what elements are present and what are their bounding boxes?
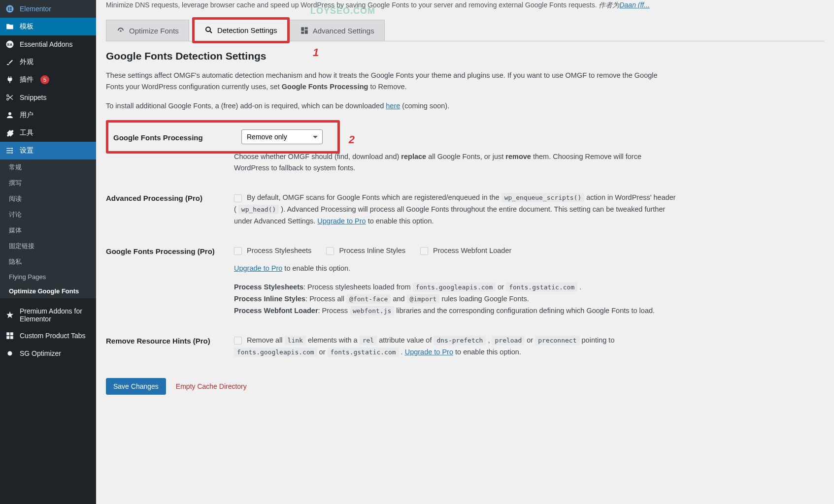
submenu-permalinks[interactable]: 固定链接 <box>0 238 96 254</box>
submenu-discussion[interactable]: 讨论 <box>0 207 96 222</box>
submenu-writing[interactable]: 撰写 <box>0 175 96 191</box>
intro-author-link[interactable]: Daan (ff... <box>619 1 649 9</box>
sidebar-item-label: 模板 <box>20 22 33 31</box>
sidebar-item-label: 工具 <box>20 128 33 137</box>
save-button[interactable]: Save Changes <box>106 378 166 395</box>
chk-inline-input[interactable] <box>326 247 334 255</box>
chk-stylesheets[interactable]: Process Stylesheets <box>234 245 311 257</box>
field-label-resource-hints: Remove Resource Hints (Pro) <box>106 335 234 345</box>
chk-inline[interactable]: Process Inline Styles <box>326 245 405 257</box>
intro-author-prefix: 作者为 <box>599 1 619 9</box>
submenu-privacy[interactable]: 隐私 <box>0 254 96 270</box>
scissors-icon <box>5 93 15 102</box>
sidebar-item-essential-addons[interactable]: EA Essential Addons <box>0 35 96 53</box>
sidebar-item-label: Essential Addons <box>20 40 72 48</box>
svg-point-18 <box>206 27 210 32</box>
upgrade-link[interactable]: Upgrade to Pro <box>234 264 282 272</box>
brush-icon <box>5 57 15 67</box>
sidebar-item-snippets[interactable]: Snippets <box>0 89 96 106</box>
wrench-icon <box>5 128 15 138</box>
submenu-flying-pages[interactable]: Flying Pages <box>0 270 96 284</box>
settings-tabs: Optimize Fonts Detection Settings Advanc… <box>106 20 824 41</box>
user-icon <box>5 110 15 120</box>
svg-point-10 <box>11 148 13 149</box>
annotation-1: 1 <box>313 46 319 59</box>
submenu-optimize-google-fonts[interactable]: Optimize Google Fonts <box>0 284 96 298</box>
sidebar-item-elementor[interactable]: Elementor <box>0 0 96 18</box>
field-label-processing: Google Fonts Processing <box>113 131 241 142</box>
svg-point-9 <box>8 112 11 115</box>
sidebar-item-appearance[interactable]: 外观 <box>0 53 96 71</box>
submenu-media[interactable]: 媒体 <box>0 222 96 238</box>
tab-detection-settings[interactable]: Detection Settings <box>195 20 287 40</box>
svg-text:EA: EA <box>7 42 13 47</box>
processing-select[interactable]: Remove only <box>241 129 323 144</box>
svg-rect-20 <box>304 27 307 30</box>
chk-webfont[interactable]: Process Webfont Loader <box>420 245 511 257</box>
chk-webfont-input[interactable] <box>420 247 428 255</box>
svg-rect-1 <box>8 7 9 11</box>
sidebar-item-label: Snippets <box>20 94 46 101</box>
code-wphead: wp_head() <box>238 205 279 214</box>
tab-optimize-fonts[interactable]: Optimize Fonts <box>106 20 189 41</box>
processing-pro-field: Process Stylesheets Process Inline Style… <box>234 245 677 317</box>
form-actions: Save Changes Empty Cache Directory <box>106 378 824 395</box>
svg-rect-15 <box>6 336 9 339</box>
sidebar-item-label: 插件 <box>20 75 33 84</box>
annotation-box-1: Detection Settings <box>192 17 290 43</box>
ea-icon: EA <box>5 39 15 49</box>
gauge-icon <box>116 26 125 35</box>
sidebar-item-label: 用户 <box>20 111 33 120</box>
plug-icon <box>5 75 15 85</box>
sidebar-item-templates[interactable]: 模板 <box>0 18 96 35</box>
sidebar-item-sg-optimizer[interactable]: SG Optimizer <box>0 345 96 362</box>
svg-rect-19 <box>301 27 304 31</box>
submenu-reading[interactable]: 阅读 <box>0 191 96 207</box>
svg-point-17 <box>8 351 12 356</box>
svg-rect-3 <box>9 8 12 9</box>
resource-hints-checkbox[interactable] <box>234 337 242 345</box>
plugin-intro: Minimize DNS requests, leverage browser … <box>106 0 824 14</box>
svg-point-12 <box>11 152 13 154</box>
sidebar-item-label: Elementor <box>20 5 51 13</box>
download-link[interactable]: here <box>386 102 400 110</box>
svg-rect-16 <box>10 336 13 339</box>
empty-cache-link[interactable]: Empty Cache Directory <box>176 382 247 390</box>
processing-select-wrap: Remove only <box>241 129 323 144</box>
settings-form: Google Fonts Processing Remove only 2 Ch… <box>106 120 824 367</box>
upgrade-link[interactable]: Upgrade to Pro <box>405 348 453 356</box>
tab-label: Advanced Settings <box>313 27 374 35</box>
settings-icon <box>5 146 15 156</box>
tab-advanced-settings[interactable]: Advanced Settings <box>290 20 385 41</box>
submenu-general[interactable]: 常规 <box>0 159 96 175</box>
sidebar-item-plugins[interactable]: 插件 5 <box>0 71 96 89</box>
advanced-processing-field: By default, OMGF scans for Google Fonts … <box>234 192 677 227</box>
svg-rect-4 <box>9 10 12 11</box>
svg-rect-14 <box>10 332 13 335</box>
main-content: LOYSEO.COM Minimize DNS requests, levera… <box>96 0 834 504</box>
section-desc-2: To install additional Google Fonts, a (f… <box>106 100 672 112</box>
dot-icon <box>5 348 15 358</box>
code-enqueue: wp_enqueue_scripts() <box>501 193 585 202</box>
sidebar-item-custom-product-tabs[interactable]: Custom Product Tabs <box>0 327 96 345</box>
advanced-processing-checkbox[interactable] <box>234 194 242 202</box>
section-desc-1: These settings affect OMGF's automatic d… <box>106 70 672 93</box>
dashboard-icon <box>300 26 309 35</box>
sidebar-item-settings[interactable]: 设置 <box>0 142 96 159</box>
sidebar-item-label: SG Optimizer <box>20 349 61 357</box>
annotation-box-2: Google Fonts Processing Remove only 2 <box>106 120 340 154</box>
field-label-advanced-processing: Advanced Processing (Pro) <box>106 192 234 202</box>
upgrade-link[interactable]: Upgrade to Pro <box>317 217 366 225</box>
folder-icon <box>5 22 15 32</box>
processing-help: Choose whether OMGF should (find, downlo… <box>234 151 677 175</box>
sidebar-item-premium-addons[interactable]: Premium Addons for Elementor <box>0 303 96 327</box>
sidebar-item-label: 外观 <box>20 58 33 66</box>
settings-submenu: 常规 撰写 阅读 讨论 媒体 固定链接 隐私 Flying Pages Opti… <box>0 159 96 298</box>
svg-rect-22 <box>301 32 304 34</box>
sidebar-item-users[interactable]: 用户 <box>0 106 96 124</box>
sidebar-item-tools[interactable]: 工具 <box>0 124 96 142</box>
svg-rect-13 <box>6 332 9 335</box>
resource-hints-field: Remove all link elements with a rel attr… <box>234 335 677 358</box>
chk-stylesheets-input[interactable] <box>234 247 242 255</box>
svg-rect-21 <box>304 30 307 34</box>
